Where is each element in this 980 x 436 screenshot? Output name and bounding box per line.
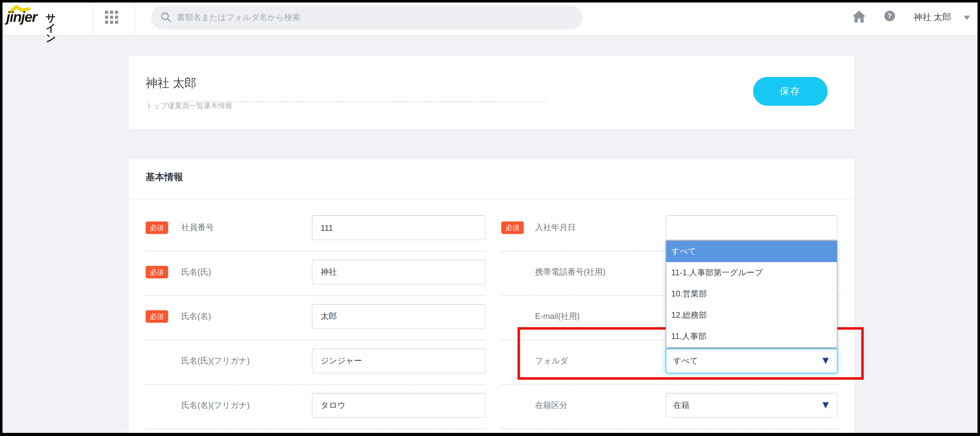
product-name: サイン [46,13,56,43]
screenshot-border [0,0,980,2]
required-badge: 必須 [146,266,168,278]
enrollment-status-label: 在籍区分 [535,399,567,412]
page-title: 神社 太郎 [146,74,196,91]
last-name-kana-input[interactable] [312,348,486,374]
home-icon[interactable] [853,11,866,22]
row-divider [146,340,485,340]
folder-label: フォルダ [535,355,568,367]
email-label: E-mail(社用) [535,310,580,323]
first-name-label: 氏名(名) [181,310,211,323]
first-name-kana-label: 氏名(名)(フリガナ) [181,399,250,412]
brand-name: jinjer [6,10,37,24]
hire-date-input[interactable] [666,215,837,240]
help-icon[interactable]: ? [885,11,895,21]
breadcrumb-link-top[interactable]: トップ [146,102,168,110]
row-divider [146,428,485,429]
chevron-down-icon [964,16,970,20]
row-divider [501,384,841,385]
top-nav: jinjer サイン 書類名またはフォルダ名から検索 ? 神社 太郎 [0,0,980,36]
folder-select[interactable]: すべて [666,348,837,374]
enrollment-status-select[interactable]: 在籍 [666,393,837,418]
apps-grid-icon[interactable] [105,11,119,24]
enrollment-status-value: 在籍 [673,393,689,417]
row-divider [501,428,841,429]
last-name-input[interactable] [312,260,486,284]
row-divider [146,384,485,385]
dropdown-option-all[interactable]: すべて [666,241,837,262]
section-divider [129,200,854,200]
first-name-input[interactable] [312,304,486,329]
screenshot-border [0,0,2,436]
last-name-kana-label: 氏名(氏)(フリガナ) [181,355,250,367]
user-name: 神社 太郎 [914,12,951,23]
page-header-card: 神社 太郎 トップ/従業員一覧/基本情報 保存 [129,56,854,129]
folder-select-value: すべて [673,349,698,373]
header-divider [134,0,135,35]
dropdown-option-sales[interactable]: 10.営業部 [666,283,837,305]
dropdown-option-hr-group1[interactable]: 11-1.人事部第一グループ [666,262,837,284]
last-name-label: 氏名(氏) [181,266,211,278]
folder-dropdown-list: すべて 11-1.人事部第一グループ 10.営業部 12.総務部 11.人事部 [666,240,837,348]
select-arrow-icon [822,358,829,364]
hire-date-label: 入社年月日 [535,222,576,234]
search-icon [161,12,171,22]
first-name-kana-input[interactable] [312,393,486,418]
dropdown-option-hr[interactable]: 11.人事部 [666,326,837,347]
select-arrow-icon [822,402,829,409]
required-badge: 必須 [501,222,524,234]
save-button[interactable]: 保存 [753,77,828,106]
search-input[interactable]: 書類名またはフォルダ名から検索 [151,6,582,29]
employee-number-input[interactable] [312,215,486,240]
employee-number-label: 社員番号 [181,222,214,234]
header-divider [93,0,94,35]
row-divider [146,295,485,296]
screenshot-border [978,0,980,436]
mobile-phone-label: 携帯電話番号(社用) [535,266,605,278]
required-badge: 必須 [146,222,168,234]
app-window: jinjer サイン 書類名またはフォルダ名から検索 ? 神社 太郎 神社 太郎… [0,0,980,436]
screenshot-border [0,433,980,436]
row-divider [146,251,485,251]
breadcrumb-separator: / [207,101,547,102]
breadcrumb: トップ/従業員一覧/基本情報 [146,101,232,110]
search-placeholder: 書類名またはフォルダ名から検索 [177,6,301,29]
dropdown-option-general-affairs[interactable]: 12.総務部 [666,305,837,326]
basic-info-card: 基本情報 必須 社員番号 必須 氏名(氏) 必須 氏名(名) 氏名(氏)(フリガ… [129,159,854,436]
section-title: 基本情報 [146,171,183,183]
required-badge: 必須 [146,310,168,323]
